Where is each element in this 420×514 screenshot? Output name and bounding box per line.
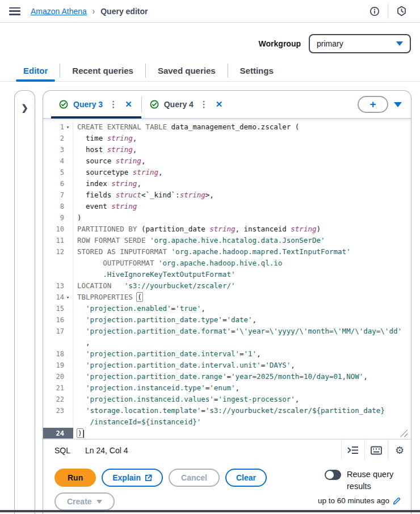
code-line[interactable]: 3 host string, [43, 144, 411, 155]
query-actions: Run Explain Cancel Clear Create [43, 461, 411, 511]
fold-arrow-icon[interactable]: ▾ [64, 292, 72, 303]
check-circle-icon [59, 100, 68, 109]
chevron-down-icon [396, 41, 403, 46]
line-number-gutter: 11 [43, 235, 73, 246]
line-number-gutter [43, 269, 73, 280]
fold-arrow-icon[interactable]: ▾ [64, 121, 72, 133]
hamburger-menu-icon[interactable] [9, 7, 20, 15]
cancel-button[interactable]: Cancel [169, 469, 220, 487]
info-icon[interactable] [365, 3, 384, 19]
breadcrumb: Amazon Athena › Query editor [31, 7, 148, 16]
code-line[interactable]: 20 'projection.partition_date.range'='ye… [43, 371, 411, 382]
code-line[interactable]: 1▾CREATE EXTERNAL TABLE data_management_… [43, 121, 411, 133]
tab-list-chevron-down-icon[interactable] [394, 102, 402, 107]
editor-status-bar: SQL Ln 24, Col 4 ⚙ [43, 439, 411, 461]
code-line[interactable]: 24) [43, 428, 411, 439]
line-number-gutter: 23 [43, 405, 73, 416]
kebab-menu-icon[interactable]: ⋮ [108, 99, 119, 109]
bottom-divider-bar [0, 510, 420, 512]
expand-panel-chevron-icon[interactable]: ❯ [21, 103, 28, 514]
code-line[interactable]: 12STORED AS INPUTFORMAT 'org.apache.hado… [43, 246, 411, 258]
line-number-gutter: 18 [43, 348, 73, 360]
code-line[interactable]: /instanceId=${instanceid}' [43, 416, 411, 428]
line-number-gutter: 19 [43, 360, 73, 371]
line-number-gutter: 6 [43, 178, 73, 189]
add-query-tab-button[interactable]: + [358, 96, 388, 113]
external-link-icon [145, 474, 152, 482]
line-number-gutter: 12 [43, 246, 73, 258]
query-tab-4[interactable]: Query 4 ⋮ ✕ [142, 91, 232, 118]
code-line[interactable]: 16 'projection.partition_date.type'='dat… [43, 314, 411, 326]
tab-recent-queries[interactable]: Recent queries [60, 60, 145, 81]
workgroup-label: Workgroup [259, 39, 301, 48]
reuse-duration-text: up to 60 minutes ago [318, 496, 389, 505]
line-number-gutter: 24 [43, 428, 73, 439]
collapsed-data-panel: ❯ [14, 90, 35, 514]
line-number-gutter: 20 [43, 371, 73, 382]
explain-button[interactable]: Explain [102, 469, 163, 487]
code-line[interactable]: .HiveIgnoreKeyTextOutputFormat' [43, 269, 411, 280]
header-divider [388, 4, 388, 19]
code-line[interactable]: 2 time string, [43, 133, 411, 144]
code-line[interactable]: 17 'projection.partition_date.format'='\… [43, 326, 411, 337]
line-number-gutter: 10 [43, 224, 73, 235]
line-number-gutter [43, 337, 73, 348]
line-number-gutter: 1▾ [43, 121, 73, 133]
language-label: SQL [54, 446, 70, 455]
chevron-down-icon [96, 500, 102, 504]
line-number-gutter: 14▾ [43, 292, 73, 303]
code-line[interactable]: OUTPUTFORMAT 'org.apache.hadoop.hive.ql.… [43, 258, 411, 269]
line-number-gutter: 21 [43, 382, 73, 394]
hexagon-clock-icon[interactable] [392, 3, 411, 19]
code-line[interactable]: 4 source string, [43, 155, 411, 167]
code-line[interactable]: 19 'projection.partition_date.interval.u… [43, 360, 411, 371]
code-line[interactable]: 21 'projection.instanceid.type'='enum', [43, 382, 411, 394]
close-tab-icon[interactable]: ✕ [124, 99, 133, 109]
tab-saved-queries[interactable]: Saved queries [146, 60, 228, 81]
code-line[interactable]: 18 'projection.partition_date.interval'=… [43, 348, 411, 360]
line-number-gutter: 2 [43, 133, 73, 144]
line-number-gutter [43, 416, 73, 428]
format-code-icon[interactable] [341, 440, 364, 461]
tab-settings[interactable]: Settings [228, 60, 285, 81]
code-line[interactable]: 9) [43, 212, 411, 224]
breadcrumb-amazon-athena-link[interactable]: Amazon Athena [31, 7, 87, 16]
edit-pencil-icon[interactable] [393, 497, 401, 505]
query-tab-3[interactable]: Query 3 ⋮ ✕ [51, 91, 141, 118]
close-tab-icon[interactable]: ✕ [215, 99, 224, 109]
code-line[interactable]: 5 sourcetype string, [43, 167, 411, 178]
query-tab-label: Query 4 [164, 100, 194, 109]
tab-editor[interactable]: Editor [11, 60, 60, 81]
line-number-gutter: 17 [43, 326, 73, 337]
workgroup-selected-value: primary [317, 39, 343, 48]
code-line[interactable]: , [43, 337, 411, 348]
code-line[interactable]: 7 fields struct<`_kind`:string>, [43, 189, 411, 201]
query-tab-label: Query 3 [73, 100, 103, 109]
code-line[interactable]: 11ROW FORMAT SERDE 'org.apache.hive.hcat… [43, 235, 411, 246]
reuse-results-toggle[interactable] [325, 470, 341, 480]
code-line[interactable]: 13LOCATION 's3://yourbucket/zscaler/' [43, 280, 411, 292]
code-line[interactable]: 10PARTITIONED BY (partition_date string,… [43, 224, 411, 235]
run-button[interactable]: Run [54, 469, 96, 487]
keyboard-icon[interactable] [364, 440, 388, 461]
breadcrumb-query-editor: Query editor [100, 7, 148, 16]
sql-code-editor[interactable]: 1▾CREATE EXTERNAL TABLE data_management_… [43, 120, 411, 439]
clear-button[interactable]: Clear [225, 469, 267, 487]
line-number-gutter: 5 [43, 167, 73, 178]
workgroup-select[interactable]: primary [309, 34, 411, 53]
code-line[interactable]: 15 'projection.enabled'='true', [43, 303, 411, 314]
code-line[interactable]: 22 'projection.instanceid.values'='inges… [43, 394, 411, 405]
line-number-gutter: 16 [43, 314, 73, 326]
create-button[interactable]: Create [54, 492, 115, 511]
reuse-results-label: Reuse query results [347, 469, 401, 492]
code-line[interactable]: 14▾TBLPROPERTIES ( [43, 292, 411, 303]
kebab-menu-icon[interactable]: ⋮ [199, 99, 209, 109]
code-lines: 1▾CREATE EXTERNAL TABLE data_management_… [43, 121, 411, 439]
line-number-gutter: 15 [43, 303, 73, 314]
line-number-gutter: 4 [43, 155, 73, 167]
gear-icon[interactable]: ⚙ [388, 440, 411, 461]
code-line[interactable]: 23 'storage.location.template'='s3://you… [43, 405, 411, 416]
code-line[interactable]: 8 event string [43, 201, 411, 212]
breadcrumb-chevron-icon: › [93, 6, 95, 16]
code-line[interactable]: 6 index string, [43, 178, 411, 189]
